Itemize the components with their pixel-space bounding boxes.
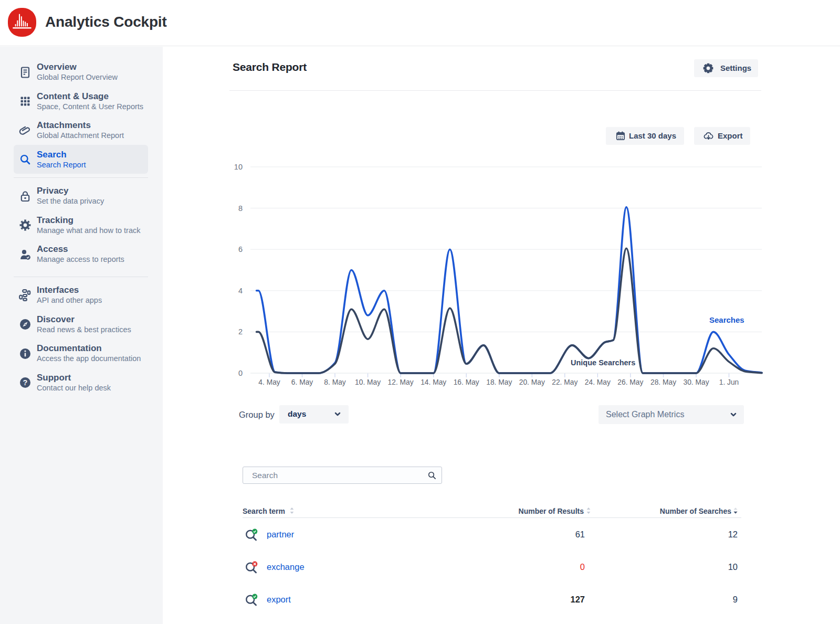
svg-text:4: 4 bbox=[238, 287, 243, 295]
svg-text:8. May: 8. May bbox=[324, 378, 346, 386]
svg-text:22. May: 22. May bbox=[552, 378, 578, 386]
svg-text:30. May: 30. May bbox=[683, 378, 709, 386]
svg-text:10. May: 10. May bbox=[355, 378, 381, 386]
svg-text:6. May: 6. May bbox=[291, 378, 313, 386]
svg-text:18. May: 18. May bbox=[486, 378, 512, 386]
svg-text:Searches: Searches bbox=[709, 315, 744, 324]
svg-text:6: 6 bbox=[238, 245, 243, 253]
svg-text:8: 8 bbox=[238, 204, 243, 213]
svg-text:10: 10 bbox=[234, 163, 243, 171]
svg-text:12. May: 12. May bbox=[388, 378, 414, 386]
svg-text:0: 0 bbox=[238, 369, 243, 377]
svg-text:24. May: 24. May bbox=[585, 378, 611, 386]
svg-text:26. May: 26. May bbox=[617, 378, 643, 386]
svg-text:20. May: 20. May bbox=[519, 378, 545, 386]
svg-text:14. May: 14. May bbox=[421, 378, 446, 386]
svg-text:1. Jun: 1. Jun bbox=[719, 378, 739, 386]
svg-text:16. May: 16. May bbox=[454, 378, 479, 386]
svg-text:Unique Searchers: Unique Searchers bbox=[571, 358, 635, 367]
svg-text:2: 2 bbox=[238, 327, 243, 336]
svg-text:28. May: 28. May bbox=[650, 378, 676, 386]
svg-text:4. May: 4. May bbox=[258, 378, 280, 386]
